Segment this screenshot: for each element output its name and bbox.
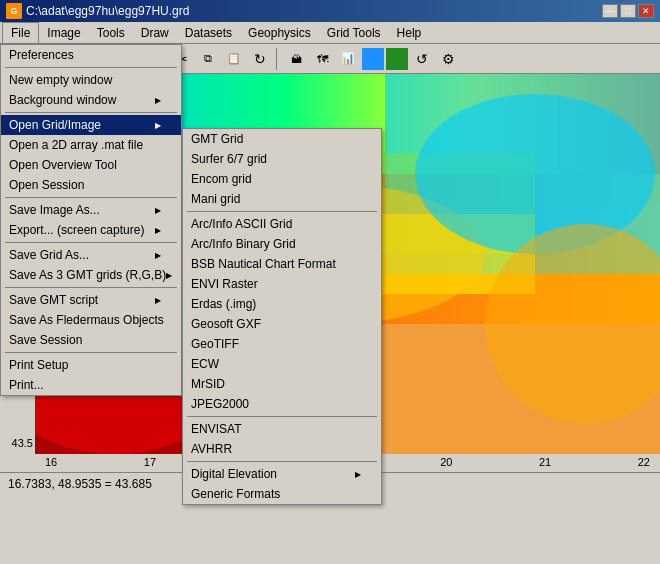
submenu-arrow-icon: ▶ <box>155 121 161 130</box>
envi-raster-item[interactable]: ENVI Raster <box>183 274 381 294</box>
window-controls: — □ ✕ <box>602 4 654 18</box>
copy-button[interactable]: ⧉ <box>196 47 220 71</box>
save-3gmt-item[interactable]: Save As 3 GMT grids (R,G,B) ▶ <box>1 265 181 285</box>
map-button[interactable]: 🗺 <box>310 47 334 71</box>
save-fledermaus-item[interactable]: Save As Fledermaus Objects <box>1 310 181 330</box>
submenu-arrow-icon: ▶ <box>155 296 161 305</box>
open-overview-item[interactable]: Open Overview Tool <box>1 155 181 175</box>
menu-sep <box>5 197 177 198</box>
title-left: G C:\adat\egg97hu\egg97HU.grd <box>6 3 189 19</box>
x-label: 17 <box>144 456 156 470</box>
menu-sep <box>5 352 177 353</box>
rotate-ccw-button[interactable]: ↺ <box>410 47 434 71</box>
refresh-button[interactable]: ↻ <box>248 47 272 71</box>
save-gmt-script-item[interactable]: Save GMT script ▶ <box>1 290 181 310</box>
blue-icon-button[interactable] <box>362 48 384 70</box>
chart-button[interactable]: 📊 <box>336 47 360 71</box>
preferences-item[interactable]: Preferences <box>1 45 181 65</box>
submenu-arrow-icon: ▶ <box>155 96 161 105</box>
menu-sep <box>187 211 377 212</box>
menu-sep <box>187 416 377 417</box>
menu-draw[interactable]: Draw <box>133 22 177 43</box>
paste-button[interactable]: 📋 <box>222 47 246 71</box>
geotiff-item[interactable]: GeoTIFF <box>183 334 381 354</box>
gmt-grid-item[interactable]: GMT Grid <box>183 129 381 149</box>
menubar: File Image Tools Draw Datasets Geophysic… <box>0 22 660 44</box>
x-label: 22 <box>638 456 650 470</box>
menu-image[interactable]: Image <box>39 22 88 43</box>
open-grid-item[interactable]: Open Grid/Image ▶ <box>1 115 181 135</box>
menu-sep <box>187 461 377 462</box>
submenu-arrow-icon: ▶ <box>355 470 361 479</box>
menu-tools[interactable]: Tools <box>89 22 133 43</box>
maximize-button[interactable]: □ <box>620 4 636 18</box>
arcinfo-binary-item[interactable]: Arc/Info Binary Grid <box>183 234 381 254</box>
save-image-item[interactable]: Save Image As... ▶ <box>1 200 181 220</box>
menu-geophysics[interactable]: Geophysics <box>240 22 319 43</box>
file-dropdown: Preferences New empty window Background … <box>0 44 182 396</box>
open-2d-array-item[interactable]: Open a 2D array .mat file <box>1 135 181 155</box>
menu-sep <box>5 242 177 243</box>
open-session-item[interactable]: Open Session <box>1 175 181 195</box>
menu-sep <box>5 112 177 113</box>
jpeg2000-item[interactable]: JPEG2000 <box>183 394 381 414</box>
save-grid-item[interactable]: Save Grid As... ▶ <box>1 245 181 265</box>
mani-grid-item[interactable]: Mani grid <box>183 189 381 209</box>
background-window-item[interactable]: Background window ▶ <box>1 90 181 110</box>
3d-view-button[interactable]: 🏔 <box>284 47 308 71</box>
submenu-arrow-icon: ▶ <box>155 226 161 235</box>
generic-formats-item[interactable]: Generic Formats <box>183 484 381 504</box>
x-label: 21 <box>539 456 551 470</box>
print-item[interactable]: Print... <box>1 375 181 395</box>
close-button[interactable]: ✕ <box>638 4 654 18</box>
arcinfo-ascii-item[interactable]: Arc/Info ASCII Grid <box>183 214 381 234</box>
menu-help[interactable]: Help <box>389 22 430 43</box>
titlebar: G C:\adat\egg97hu\egg97HU.grd — □ ✕ <box>0 0 660 22</box>
x-label: 20 <box>440 456 452 470</box>
ecw-item[interactable]: ECW <box>183 354 381 374</box>
bsb-item[interactable]: BSB Nautical Chart Format <box>183 254 381 274</box>
x-label: 16 <box>45 456 57 470</box>
open-grid-submenu: GMT Grid Surfer 6/7 grid Encom grid Mani… <box>182 128 382 505</box>
erdas-item[interactable]: Erdas (.img) <box>183 294 381 314</box>
status-text: 16.7383, 48.9535 = 43.685 <box>8 477 152 491</box>
y-label: 43.5 <box>2 437 33 449</box>
encom-grid-item[interactable]: Encom grid <box>183 169 381 189</box>
geosoft-item[interactable]: Geosoft GXF <box>183 314 381 334</box>
green-icon-button[interactable] <box>386 48 408 70</box>
submenu-arrow-icon: ▶ <box>155 206 161 215</box>
settings-button[interactable]: ⚙ <box>436 47 460 71</box>
submenu-arrow-icon: ▶ <box>155 251 161 260</box>
menu-sep <box>5 287 177 288</box>
submenu-arrow-icon: ▶ <box>166 271 172 280</box>
surfer-grid-item[interactable]: Surfer 6/7 grid <box>183 149 381 169</box>
toolbar-separator-2 <box>276 48 280 70</box>
app-icon: G <box>6 3 22 19</box>
menu-datasets[interactable]: Datasets <box>177 22 240 43</box>
mrsid-item[interactable]: MrSID <box>183 374 381 394</box>
avhrr-item[interactable]: AVHRR <box>183 439 381 459</box>
envisat-item[interactable]: ENVISAT <box>183 419 381 439</box>
print-setup-item[interactable]: Print Setup <box>1 355 181 375</box>
new-empty-window-item[interactable]: New empty window <box>1 70 181 90</box>
window-title: C:\adat\egg97hu\egg97HU.grd <box>26 4 189 18</box>
menu-file[interactable]: File <box>2 22 39 43</box>
minimize-button[interactable]: — <box>602 4 618 18</box>
save-session-item[interactable]: Save Session <box>1 330 181 350</box>
digital-elevation-item[interactable]: Digital Elevation ▶ <box>183 464 381 484</box>
export-item[interactable]: Export... (screen capture) ▶ <box>1 220 181 240</box>
menu-sep <box>5 67 177 68</box>
menu-gridtools[interactable]: Grid Tools <box>319 22 389 43</box>
